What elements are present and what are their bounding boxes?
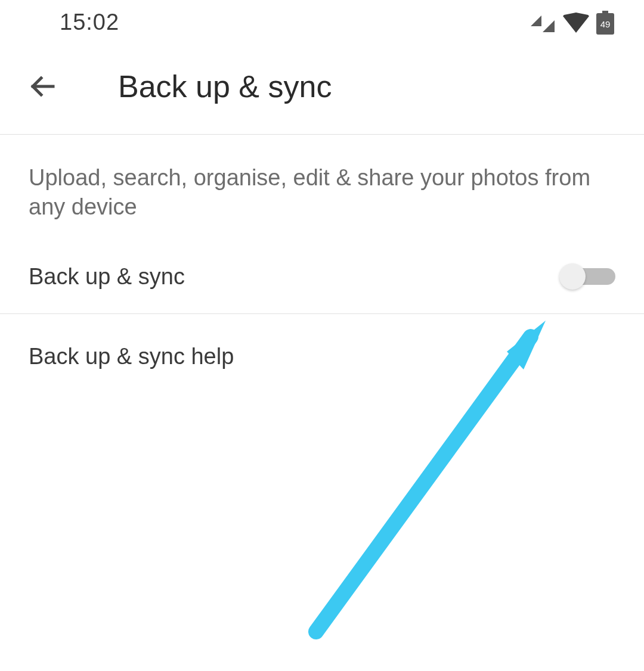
svg-marker-2 <box>563 13 589 33</box>
settings-description: Upload, search, organise, edit & share y… <box>0 135 644 222</box>
svg-marker-0 <box>531 15 541 26</box>
backup-sync-toggle[interactable] <box>563 265 615 288</box>
battery-icon: 49 <box>596 11 614 35</box>
signal-icon <box>531 13 556 32</box>
backup-sync-help-label: Back up & sync help <box>29 344 615 369</box>
status-bar: 15:02 49 <box>0 0 644 45</box>
svg-text:49: 49 <box>600 19 611 29</box>
arrow-left-icon <box>29 73 57 100</box>
toggle-thumb <box>559 263 586 290</box>
backup-sync-label: Back up & sync <box>29 264 185 290</box>
svg-rect-3 <box>602 11 608 13</box>
status-time: 15:02 <box>60 10 119 35</box>
svg-marker-1 <box>543 20 555 32</box>
page-title: Back up & sync <box>118 69 332 104</box>
back-button[interactable] <box>29 72 57 101</box>
app-bar: Back up & sync <box>0 45 644 134</box>
wifi-icon <box>563 13 589 33</box>
backup-sync-help-row[interactable]: Back up & sync help <box>0 314 644 399</box>
status-icons: 49 <box>531 11 614 35</box>
backup-sync-row[interactable]: Back up & sync <box>0 222 644 313</box>
